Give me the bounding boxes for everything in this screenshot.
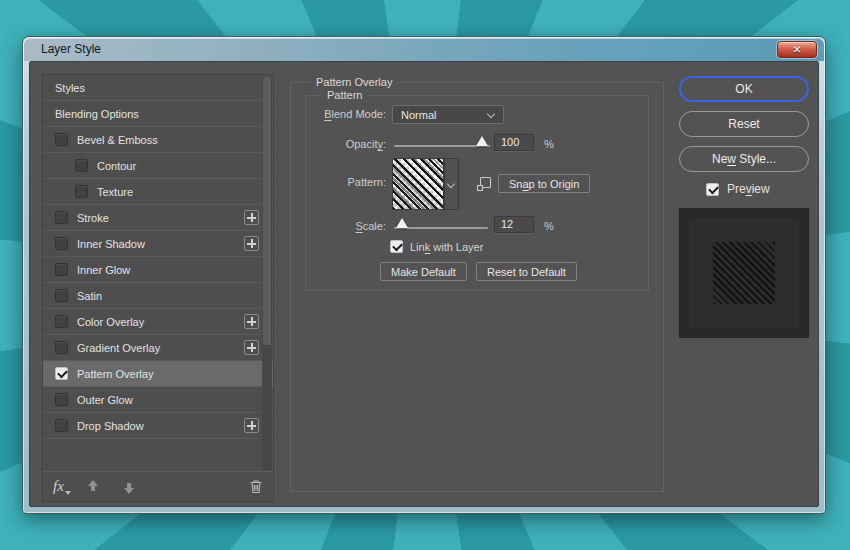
checkbox-checked[interactable] xyxy=(390,240,403,253)
plus-icon[interactable] xyxy=(244,236,259,251)
trash-icon[interactable] xyxy=(249,479,263,494)
reset-button[interactable]: Reset xyxy=(679,111,809,137)
plus-icon[interactable] xyxy=(244,340,259,355)
sidebar-item-label: Outer Glow xyxy=(77,394,133,406)
titlebar[interactable]: Layer Style ✕ xyxy=(24,38,824,61)
plus-icon[interactable] xyxy=(244,418,259,433)
sidebar-item-styles[interactable]: Styles xyxy=(43,75,273,101)
new-style-button[interactable]: New Style... xyxy=(679,146,809,172)
sidebar-item-outer-glow[interactable]: Outer Glow xyxy=(43,387,273,413)
blend-mode-select[interactable]: Normal xyxy=(392,105,504,124)
checkbox[interactable] xyxy=(55,289,68,302)
sidebar-item-label: Satin xyxy=(77,290,102,302)
checkbox-checked[interactable] xyxy=(55,367,68,380)
sidebar-item-label: Texture xyxy=(97,186,133,198)
scale-label: Scale: xyxy=(306,220,386,232)
screen: Layer Style ✕ Styles Blending Options B xyxy=(0,0,850,550)
sidebar-item-contour[interactable]: Contour xyxy=(43,153,273,179)
sidebar-item-bevel-emboss[interactable]: Bevel & Emboss xyxy=(43,127,273,153)
sidebar-item-texture[interactable]: Texture xyxy=(43,179,273,205)
sidebar-item-label: Stroke xyxy=(77,212,109,224)
scale-input[interactable]: 12 xyxy=(494,216,534,233)
preview-pattern-square xyxy=(713,242,775,304)
checkbox[interactable] xyxy=(55,315,68,328)
checkbox-checked[interactable] xyxy=(706,183,719,196)
opacity-slider[interactable] xyxy=(394,145,490,147)
scale-slider-thumb[interactable] xyxy=(396,218,408,228)
opacity-label: Opacity: xyxy=(306,138,386,150)
sidebar-footer: fx xyxy=(43,471,273,501)
sidebar-item-blending-options[interactable]: Blending Options xyxy=(43,101,273,127)
pattern-label: Pattern: xyxy=(306,176,386,188)
plus-icon[interactable] xyxy=(244,314,259,329)
pattern-swatch[interactable] xyxy=(392,158,444,210)
new-preset-icon[interactable] xyxy=(476,176,492,192)
chevron-down-icon xyxy=(448,181,455,188)
sidebar-item-label: Inner Glow xyxy=(77,264,130,276)
blend-mode-value: Normal xyxy=(401,109,436,121)
sidebar-item-inner-shadow[interactable]: Inner Shadow xyxy=(43,231,273,257)
checkbox[interactable] xyxy=(55,341,68,354)
sidebar-scrollbar[interactable] xyxy=(262,76,272,470)
sidebar-item-label: Gradient Overlay xyxy=(77,342,160,354)
checkbox[interactable] xyxy=(75,185,88,198)
sidebar-item-label: Inner Shadow xyxy=(77,238,145,250)
sidebar-item-label: Contour xyxy=(97,160,136,172)
link-with-layer-checkbox[interactable]: Link with Layer xyxy=(390,240,483,253)
sidebar-item-label: Drop Shadow xyxy=(77,420,144,432)
chevron-down-icon xyxy=(488,111,495,118)
sidebar-item-gradient-overlay[interactable]: Gradient Overlay xyxy=(43,335,273,361)
close-button[interactable]: ✕ xyxy=(777,41,817,58)
make-default-button[interactable]: Make Default xyxy=(380,262,467,281)
reset-to-default-button[interactable]: Reset to Default xyxy=(476,262,577,281)
preview-label: Preview xyxy=(727,182,770,196)
sidebar-item-satin[interactable]: Satin xyxy=(43,283,273,309)
styles-sidebar: Styles Blending Options Bevel & Emboss C… xyxy=(42,74,274,502)
pane-title: Pattern Overlay xyxy=(311,76,397,88)
sidebar-item-pattern-overlay[interactable]: Pattern Overlay xyxy=(43,361,273,387)
group-title: Pattern xyxy=(322,89,367,101)
close-icon: ✕ xyxy=(793,45,801,55)
styles-list: Styles Blending Options Bevel & Emboss C… xyxy=(43,75,273,471)
action-column: OK Reset New Style... Preview xyxy=(678,62,810,482)
sidebar-item-label: Blending Options xyxy=(55,108,139,120)
layer-style-dialog: Layer Style ✕ Styles Blending Options B xyxy=(22,36,826,514)
opacity-input[interactable]: 100 xyxy=(494,134,534,151)
sidebar-item-drop-shadow[interactable]: Drop Shadow xyxy=(43,413,273,439)
scrollbar-thumb[interactable] xyxy=(263,77,271,345)
sidebar-item-label: Color Overlay xyxy=(77,316,144,328)
checkbox[interactable] xyxy=(55,419,68,432)
checkbox[interactable] xyxy=(55,237,68,250)
opacity-unit: % xyxy=(544,138,554,150)
sidebar-item-inner-glow[interactable]: Inner Glow xyxy=(43,257,273,283)
fx-icon[interactable]: fx xyxy=(53,478,64,495)
arrow-up-icon[interactable] xyxy=(86,480,100,494)
checkbox[interactable] xyxy=(55,263,68,276)
checkbox[interactable] xyxy=(55,393,68,406)
preview-checkbox[interactable]: Preview xyxy=(706,182,770,196)
snap-to-origin-button[interactable]: Snap to Origin xyxy=(498,174,590,193)
dialog-content: Styles Blending Options Bevel & Emboss C… xyxy=(29,61,819,507)
sidebar-item-color-overlay[interactable]: Color Overlay xyxy=(43,309,273,335)
sidebar-item-label: Bevel & Emboss xyxy=(77,134,158,146)
plus-icon[interactable] xyxy=(244,210,259,225)
pattern-overlay-pane: Pattern Overlay Pattern Blend Mode: Norm… xyxy=(290,82,664,492)
sidebar-item-label: Styles xyxy=(55,82,85,94)
checkbox[interactable] xyxy=(75,159,88,172)
checkbox[interactable] xyxy=(55,211,68,224)
pattern-picker-button[interactable] xyxy=(444,158,459,210)
sidebar-item-stroke[interactable]: Stroke xyxy=(43,205,273,231)
arrow-down-icon[interactable] xyxy=(122,480,136,494)
pattern-group: Pattern Blend Mode: Normal Opacity: 100 … xyxy=(305,95,649,291)
link-with-layer-label: Link with Layer xyxy=(410,241,483,253)
checkbox[interactable] xyxy=(55,133,68,146)
opacity-slider-thumb[interactable] xyxy=(476,136,488,146)
ok-button[interactable]: OK xyxy=(679,76,809,102)
preview-swatch xyxy=(679,208,809,338)
sidebar-item-label: Pattern Overlay xyxy=(77,368,153,380)
blend-mode-label: Blend Mode: xyxy=(306,108,386,120)
window-title: Layer Style xyxy=(41,42,101,56)
scale-slider[interactable] xyxy=(394,227,488,229)
scale-unit: % xyxy=(544,220,554,232)
